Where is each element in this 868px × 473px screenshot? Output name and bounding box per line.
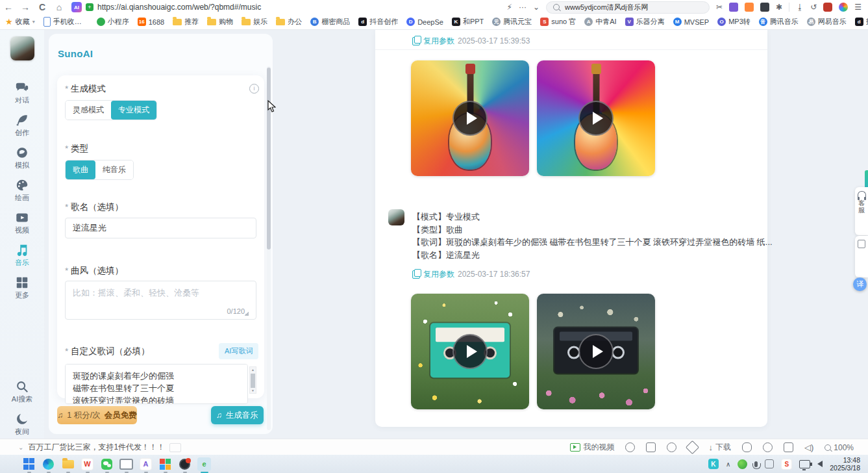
translate-bubble[interactable]: 译 xyxy=(853,277,867,291)
file-explorer-icon[interactable] xyxy=(61,457,75,471)
glasses-icon[interactable] xyxy=(742,442,752,452)
sidebar-item-search[interactable]: AI搜索 xyxy=(0,379,44,404)
bookmark-item[interactable]: 161688 xyxy=(138,18,164,26)
edge-icon[interactable] xyxy=(42,457,55,471)
sidebar-item-pen[interactable]: 创作 xyxy=(0,113,44,138)
speed-icon[interactable] xyxy=(763,442,773,452)
start-button[interactable] xyxy=(22,457,36,471)
promo-notice[interactable]: 百万工厂货比三家，支持1件代发！！！ xyxy=(28,442,165,453)
url-text[interactable]: https://ai.qianshouaigc.com/web/?qbmd#/m… xyxy=(97,3,261,12)
download-manager-icon[interactable]: ⭳ xyxy=(796,3,804,12)
download-button[interactable]: ↓ 下载 xyxy=(708,442,731,453)
lyrics-textarea[interactable]: 斑驳的课桌刻着年少的倔强 磁带在书包里转了三十个夏 滚铁环穿过弄堂褪色的砖墙 xyxy=(65,364,248,404)
sidebar-item-music[interactable]: 音乐 xyxy=(0,243,44,268)
panel-scrollbar[interactable] xyxy=(267,66,271,430)
bookmark-item[interactable]: Ssuno 官 xyxy=(540,17,576,27)
refresh-icon[interactable]: C xyxy=(34,2,51,12)
scroll-thumb[interactable] xyxy=(251,374,255,388)
cassette-art-2[interactable] xyxy=(537,294,655,409)
sidebar-tools-tab[interactable] xyxy=(855,236,868,277)
bookmark-item[interactable]: K和PPT xyxy=(452,17,484,27)
ai-app-icon[interactable]: A xyxy=(139,457,153,471)
search-box[interactable] xyxy=(546,1,710,14)
ai-extension-icon[interactable]: AI xyxy=(71,2,82,12)
collapse-icon[interactable]: ⌄ xyxy=(18,444,23,451)
bookmark-item[interactable]: MMVSEP xyxy=(673,18,710,26)
generate-music-button[interactable]: ♫ 生成音乐 xyxy=(211,406,264,424)
workspace-icon[interactable] xyxy=(823,3,832,12)
bookmark-item[interactable]: 易网易音乐 xyxy=(807,17,847,27)
ext-orange-icon[interactable] xyxy=(745,3,754,12)
mode-option-professional[interactable]: 专业模式 xyxy=(111,101,156,120)
customer-service-tab[interactable]: 客服 xyxy=(855,187,868,235)
wps-icon[interactable]: W xyxy=(81,457,94,471)
info-icon[interactable]: i xyxy=(249,84,259,94)
microphone-icon[interactable] xyxy=(754,461,758,467)
reuse-params-button[interactable]: 复用参数 xyxy=(412,269,454,280)
bookmark-item[interactable]: 元腾讯元宝 xyxy=(492,17,532,27)
ai-write-lyrics-button[interactable]: AI写歌词 xyxy=(219,343,258,359)
bookmark-item[interactable]: 推荐 xyxy=(173,17,199,27)
reuse-params-button[interactable]: 复用参数 xyxy=(412,36,454,47)
play-button[interactable] xyxy=(453,334,488,369)
volume-icon[interactable] xyxy=(817,461,823,467)
sidebar-item-palette[interactable]: 绘画 xyxy=(0,178,44,203)
sogou-icon[interactable]: S xyxy=(781,459,792,470)
menu-icon[interactable]: ☰ xyxy=(854,3,862,12)
undo-icon[interactable]: ↺ xyxy=(810,3,817,12)
theme-wheel-icon[interactable] xyxy=(839,3,848,12)
forward-icon[interactable]: → xyxy=(17,2,34,12)
sidebar-item-moon[interactable]: 夜间 xyxy=(0,412,44,437)
avatar[interactable] xyxy=(10,36,34,60)
window-icon[interactable] xyxy=(784,442,793,452)
scroll-down-icon[interactable]: ▼ xyxy=(251,388,255,393)
home-icon[interactable]: ⌂ xyxy=(51,2,68,12)
sound-icon[interactable]: ◁) xyxy=(804,442,813,452)
tray-expand-icon[interactable]: ∧ xyxy=(726,461,730,468)
my-videos-button[interactable]: 我的视频 xyxy=(570,442,614,453)
bookmark-item[interactable]: d抖音创作 xyxy=(358,17,398,27)
rocket-icon[interactable] xyxy=(686,441,699,454)
bookmark-item[interactable]: 办公 xyxy=(276,17,302,27)
resize-handle[interactable] xyxy=(244,311,249,316)
bookmark-item[interactable]: A中青AI xyxy=(584,17,616,27)
shield-icon[interactable] xyxy=(625,442,635,452)
more-dots-icon[interactable]: ··· xyxy=(519,3,527,12)
bookmark-item[interactable]: 购物 xyxy=(207,17,233,27)
scroll-up-icon[interactable]: ▲ xyxy=(251,367,255,372)
play-button[interactable] xyxy=(578,334,614,369)
wechat-icon[interactable] xyxy=(100,457,114,471)
sidebar-item-chat[interactable]: 对话 xyxy=(0,81,44,105)
panel-scroll-thumb[interactable] xyxy=(267,68,271,249)
back-icon[interactable]: ← xyxy=(0,2,17,12)
bookmark-item[interactable]: ★收藏▾ xyxy=(5,17,35,27)
app-grid-icon[interactable] xyxy=(158,457,172,471)
bookmark-item[interactable]: 音腾讯音乐 xyxy=(759,17,799,27)
extensions-icon[interactable]: ✱ xyxy=(776,3,782,12)
bookmark-item[interactable]: OMP3转 xyxy=(717,17,750,27)
type-option-instrumental[interactable]: 纯音乐 xyxy=(95,160,133,179)
address-bar[interactable]: + https://ai.qianshouaigc.com/web/?qbmd#… xyxy=(86,3,391,12)
snip-tool-icon[interactable] xyxy=(119,457,133,471)
face-icon[interactable] xyxy=(667,442,676,452)
cassette-art-1[interactable] xyxy=(411,294,529,409)
coin-icon[interactable] xyxy=(738,459,747,469)
bookmark-item[interactable]: d抖音音乐 xyxy=(855,17,868,27)
network-monitor-icon[interactable] xyxy=(799,460,810,468)
play-button[interactable] xyxy=(578,101,614,136)
sidebar-item-video[interactable]: 视频 xyxy=(0,211,44,235)
remote-icon[interactable] xyxy=(765,459,774,468)
guitar-art-2[interactable] xyxy=(537,60,655,176)
guitar-art-1[interactable] xyxy=(411,60,529,176)
credits-badge[interactable]: ♫ 1 积分/次 会员免费 xyxy=(57,406,137,424)
bookmark-item[interactable]: V乐器分离 xyxy=(625,17,665,27)
browser-360-icon[interactable]: e xyxy=(197,457,211,471)
bookmark-item[interactable]: B棚密商品 xyxy=(310,17,350,27)
lyrics-scrollbar[interactable]: ▲ ▼ xyxy=(249,366,256,394)
bookmark-item[interactable]: DDeepSe xyxy=(406,18,443,26)
play-button[interactable] xyxy=(453,101,488,136)
translate-ext-icon[interactable] xyxy=(729,3,738,12)
bookmark-item[interactable]: 小程序 xyxy=(97,17,129,27)
clock[interactable]: 13:48 2025/3/18 xyxy=(830,456,860,472)
sidebar-item-more[interactable]: 更多 xyxy=(0,275,44,300)
